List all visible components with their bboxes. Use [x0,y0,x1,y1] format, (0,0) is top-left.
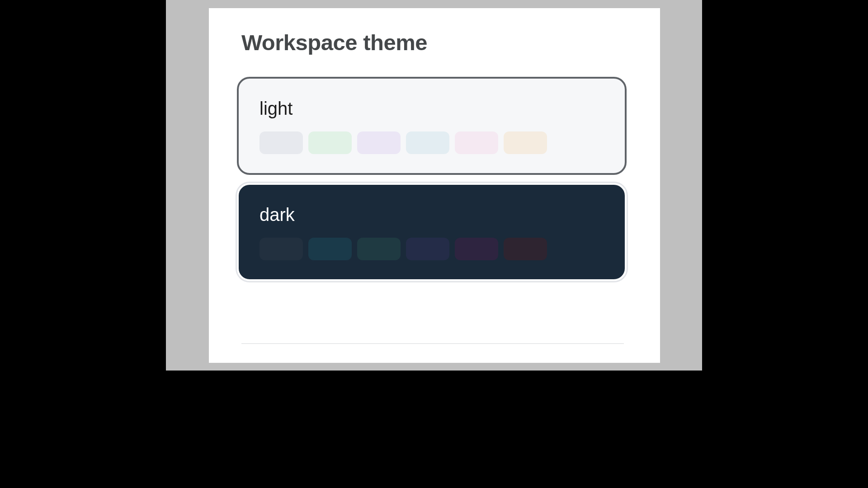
swatch-dark-4 [455,238,498,260]
swatch-dark-5 [504,238,547,260]
section-divider [241,343,624,344]
theme-option-dark[interactable]: dark [237,183,627,281]
swatch-row-light [259,131,607,154]
swatch-dark-0 [259,238,303,260]
swatch-dark-3 [406,238,449,260]
swatch-light-0 [259,131,303,154]
swatch-light-2 [357,131,401,154]
swatch-dark-2 [357,238,401,260]
swatch-light-5 [504,131,547,154]
swatch-light-3 [406,131,449,154]
viewport: Workspace theme light dark [105,0,763,371]
swatch-row-dark [259,238,607,260]
settings-panel: Workspace theme light dark [209,8,660,363]
theme-label-light: light [259,99,607,119]
swatch-light-1 [308,131,352,154]
swatch-dark-1 [308,238,352,260]
theme-label-dark: dark [259,205,607,225]
section-title: Workspace theme [241,30,660,55]
theme-option-light[interactable]: light [237,77,627,175]
swatch-light-4 [455,131,498,154]
